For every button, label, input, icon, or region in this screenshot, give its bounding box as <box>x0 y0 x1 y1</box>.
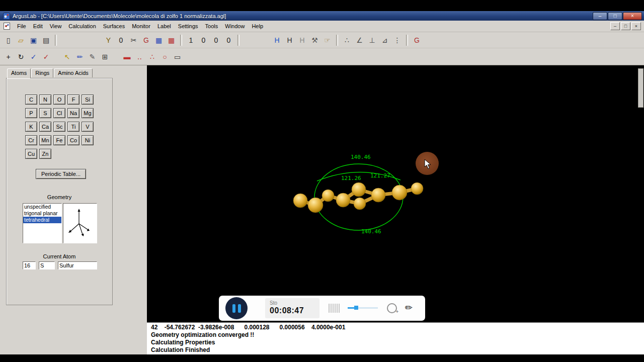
element-button-na[interactable]: Na <box>67 108 79 118</box>
element-button-s[interactable]: S <box>39 108 51 118</box>
export-gaussian-button[interactable]: G <box>411 34 423 46</box>
geometry-option-tetrahedral[interactable]: tetrahedral <box>23 217 61 223</box>
clean-geometry-button[interactable]: Y <box>103 34 114 46</box>
distance-monitor-button[interactable]: ‥ <box>134 51 145 62</box>
bond-tool-button[interactable]: ▬ <box>121 51 133 62</box>
level-bar <box>335 304 336 313</box>
element-button-si[interactable]: Si <box>82 95 94 105</box>
element-button-v[interactable]: V <box>82 122 94 132</box>
menu-item-monitor[interactable]: Monitor <box>128 22 154 31</box>
volume-slider[interactable] <box>348 307 378 309</box>
monitor-geometry-1-button[interactable]: ∴ <box>341 34 353 46</box>
draw-bond-button[interactable]: ✎ <box>87 51 98 62</box>
element-button-c[interactable]: C <box>25 95 37 105</box>
menu-item-settings[interactable]: Settings <box>175 22 202 31</box>
minimize-button[interactable]: – <box>593 12 607 20</box>
atom-number-field[interactable] <box>23 261 36 269</box>
element-button-ti[interactable]: Ti <box>67 122 79 132</box>
rotate-tool-button[interactable]: ↻ <box>15 51 27 62</box>
menu-item-surfaces[interactable]: Surfaces <box>100 22 128 31</box>
element-button-cl[interactable]: Cl <box>53 108 65 118</box>
monitor-geometry-2-button[interactable]: ∠ <box>354 34 365 46</box>
maximize-button[interactable]: □ <box>608 12 622 20</box>
monitor-geometry-3-button[interactable]: ⊥ <box>366 34 378 46</box>
geometry-option-trigonal-planar[interactable]: trigonal planar <box>23 210 61 217</box>
new-document-button[interactable]: ▯ <box>3 34 14 46</box>
menu-item-tools[interactable]: Tools <box>202 22 222 31</box>
menu-item-help[interactable]: Help <box>248 22 267 31</box>
measure-coordinates-button[interactable]: 0 <box>223 34 234 46</box>
color-settings-button[interactable]: ▦ <box>166 34 177 46</box>
render-settings-button[interactable]: ▦ <box>153 34 165 46</box>
molecule-document: Sto 00:08:47 + ✏ 140.46121.26121.27 <box>147 65 644 354</box>
viewport[interactable]: Sto 00:08:47 + ✏ 140.46121.26121.27 <box>147 65 644 322</box>
add-hydrogens-button[interactable]: H <box>271 34 283 46</box>
periodic-table-button[interactable]: Periodic Table... <box>36 169 86 179</box>
geometry-option-unspecified[interactable]: unspecified <box>23 204 61 210</box>
element-button-co[interactable]: Co <box>67 135 79 145</box>
tab-amino-acids[interactable]: Amino Acids <box>54 68 93 77</box>
element-button-ni[interactable]: Ni <box>82 135 94 145</box>
element-button-f[interactable]: F <box>67 95 79 105</box>
gaussian-input-button[interactable]: G <box>140 34 152 46</box>
print-button[interactable]: ▤ <box>40 34 52 46</box>
element-button-sc[interactable]: Sc <box>53 122 65 132</box>
measure-distance-button[interactable]: 1 <box>185 34 197 46</box>
draw-atom-button[interactable]: ✏ <box>74 51 86 62</box>
element-button-o[interactable]: O <box>53 95 65 105</box>
translate-tool-button[interactable]: + <box>3 51 14 62</box>
menu-item-view[interactable]: View <box>46 22 65 31</box>
element-button-mg[interactable]: Mg <box>82 108 94 118</box>
dihedral-monitor-button[interactable]: ○ <box>159 51 171 62</box>
element-button-ca[interactable]: Ca <box>39 122 51 132</box>
angle-monitor-button[interactable]: ∴ <box>146 51 158 62</box>
element-button-zn[interactable]: Zn <box>39 149 51 159</box>
pencil-tool-icon[interactable]: ✏ <box>405 302 413 313</box>
pan-hand-button[interactable]: ☞ <box>321 34 333 46</box>
panel-tabs: AtomsRingsAmino Acids <box>7 68 93 77</box>
save-file-button[interactable]: ▣ <box>28 34 39 46</box>
atom-name-field[interactable] <box>58 261 97 269</box>
element-button-cu[interactable]: Cu <box>25 149 37 159</box>
monitor-geometry-5-button[interactable]: ⋮ <box>391 34 403 46</box>
audio-levels-icon <box>329 304 340 313</box>
element-button-n[interactable]: N <box>39 95 51 105</box>
mdi-close-button[interactable]: × <box>631 22 641 30</box>
adjust-hydrogens-button[interactable]: H <box>284 34 295 46</box>
viewport-scrollbar-thumb[interactable] <box>638 68 643 108</box>
mdi-restore-button[interactable]: □ <box>621 22 630 30</box>
webcam-icon[interactable]: + <box>387 303 397 313</box>
mdi-minimize-button[interactable]: – <box>610 22 620 30</box>
selection-box-button[interactable]: ▭ <box>172 51 183 62</box>
auto-fragment-button[interactable]: ✂ <box>128 34 139 46</box>
menu-item-file[interactable]: File <box>14 22 30 31</box>
menu-item-label[interactable]: Label <box>154 22 175 31</box>
measure-dihedral-button[interactable]: 0 <box>210 34 222 46</box>
open-file-button[interactable]: ▱ <box>15 34 27 46</box>
menu-item-window[interactable]: Window <box>221 22 248 31</box>
element-button-fe[interactable]: Fe <box>53 135 65 145</box>
element-button-p[interactable]: P <box>25 108 37 118</box>
monitor-geometry-4-button[interactable]: ⊿ <box>379 34 390 46</box>
select-mode-button[interactable]: ✓ <box>28 51 39 62</box>
close-button[interactable]: × <box>623 12 642 20</box>
tab-rings[interactable]: Rings <box>31 68 53 77</box>
toolbar-separator <box>180 35 182 46</box>
builder-list-button[interactable]: ⊞ <box>99 51 111 62</box>
element-button-mn[interactable]: Mn <box>39 135 51 145</box>
edit-mode-button[interactable]: ✓ <box>40 51 52 62</box>
optimize-tool-button[interactable]: ⚒ <box>309 34 320 46</box>
element-grid: CNOFSiPSClNaMgKCaScTiVCrMnFeCoNiCuZn <box>25 95 96 159</box>
remove-hydrogens-button[interactable]: H <box>296 34 308 46</box>
assign-charges-button[interactable]: 0 <box>115 34 127 46</box>
element-button-k[interactable]: K <box>25 122 37 132</box>
slider-handle[interactable] <box>354 306 358 310</box>
tab-atoms[interactable]: Atoms <box>7 68 31 78</box>
menu-item-edit[interactable]: Edit <box>30 22 46 31</box>
measure-angle-button[interactable]: 0 <box>198 34 209 46</box>
pause-button[interactable] <box>225 297 248 319</box>
atom-symbol-field[interactable] <box>39 261 55 269</box>
element-button-cr[interactable]: Cr <box>25 135 37 145</box>
select-arrow-button[interactable]: ↖ <box>61 51 73 62</box>
menu-item-calculation[interactable]: Calculation <box>65 22 99 31</box>
